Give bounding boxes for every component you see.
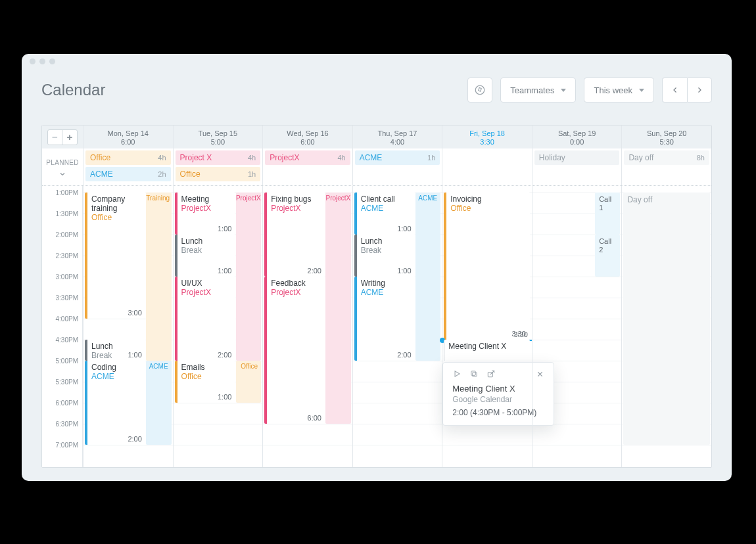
event[interactable]: LunchBreak1:00 (175, 235, 236, 277)
planned-cell[interactable]: ACME1h (352, 148, 442, 185)
planned-cell[interactable]: Day off8h (621, 148, 711, 185)
day-column[interactable]: InvoicingOffice3:303:30Meeting Client X … (442, 186, 532, 467)
event[interactable]: MeetingProjectX1:00 (175, 193, 236, 235)
window-dot (30, 58, 35, 64)
day-column[interactable]: Day off (621, 186, 711, 467)
planned-hours: 8h (697, 154, 705, 162)
app-window: Calendar Teammates This week (22, 54, 732, 481)
day-total: 6:00 (263, 138, 352, 146)
day-column[interactable]: TrainingACMECompany trainingOffice3:00Lu… (83, 186, 173, 467)
event[interactable]: FeedbackProjectX6:00 (264, 277, 325, 424)
day-header[interactable]: Thu, Sep 17 4:00 (352, 125, 442, 148)
day-column[interactable]: ProjectXOfficeMeetingProjectX1:00LunchBr… (173, 186, 263, 467)
day-header[interactable]: Fri, Sep 18 3:30 (442, 125, 532, 148)
event-title: Feedback (271, 279, 321, 288)
event-duration: 6:00 (308, 414, 321, 422)
planned-cell[interactable]: Office4hACME2h (83, 148, 173, 185)
planned-block[interactable]: Project X4h (176, 150, 261, 165)
day-total: 6:00 (83, 138, 173, 146)
day-name: Sat, Sep 19 (532, 129, 622, 137)
planned-label: PLANNED (46, 159, 78, 166)
teammates-dropdown[interactable]: Teammates (500, 78, 576, 102)
zoom-corner: − + (42, 125, 83, 148)
planned-name: Day off (628, 153, 653, 162)
day-column[interactable]: Call 1Call 2 (532, 186, 622, 467)
event[interactable]: EmailsOffice1:00 (175, 361, 236, 403)
background-block: ACME (146, 361, 171, 445)
event[interactable]: WritingACME2:00 (354, 277, 415, 361)
teammates-label: Teammates (510, 85, 554, 95)
compass-icon (474, 84, 486, 96)
external-link-icon[interactable] (486, 369, 496, 378)
planned-block[interactable]: Office1h (176, 167, 261, 181)
event[interactable]: LunchBreak1:00 (354, 235, 415, 277)
day-total: 4:00 (353, 138, 442, 146)
time-label: 1:30PM (56, 210, 78, 217)
compass-button[interactable] (467, 78, 492, 102)
day-header[interactable]: Sat, Sep 19 0:00 (532, 125, 622, 148)
event[interactable]: CodingACME2:00 (85, 361, 146, 445)
chevron-down-icon[interactable] (59, 170, 66, 178)
event[interactable]: Fixing bugsProjectX2:00 (264, 193, 325, 277)
event[interactable]: InvoicingOffice3:30 (444, 193, 530, 340)
planned-cell[interactable]: Project X4hOffice1h (173, 148, 263, 185)
next-button[interactable] (687, 78, 712, 102)
event-title: Invoicing (450, 195, 526, 204)
day-header[interactable]: Tue, Sep 15 5:00 (173, 125, 263, 148)
event[interactable]: Company trainingOffice3:00 (85, 193, 146, 319)
time-label: 4:00PM (56, 315, 78, 323)
event-title: Lunch (91, 342, 142, 351)
day-column[interactable]: ProjectXFixing bugsProjectX2:00FeedbackP… (262, 186, 352, 467)
planned-block[interactable]: Day off8h (624, 150, 709, 165)
copy-icon[interactable] (469, 369, 479, 378)
event[interactable]: LunchBreak1:00 (85, 340, 146, 361)
planned-block[interactable]: ACME1h (355, 150, 440, 165)
planned-cell[interactable]: ProjectX4h (262, 148, 352, 185)
event[interactable]: Call 2 (595, 235, 620, 277)
time-label: 3:00PM (56, 273, 78, 281)
event[interactable]: Call 1 (595, 193, 620, 235)
zoom-out-button[interactable]: − (48, 130, 62, 145)
time-label: 6:00PM (56, 399, 78, 407)
planned-cell[interactable] (442, 148, 532, 185)
day-column[interactable]: ACMEClient callACME1:00LunchBreak1:00Wri… (352, 186, 442, 467)
event-project: ACME (91, 373, 142, 382)
event-duration: 2:00 (308, 267, 321, 275)
planned-hours: 4h (158, 154, 166, 162)
event-project: Break (181, 246, 232, 256)
time-label: 7:00PM (56, 442, 78, 449)
event-project: Office (181, 373, 232, 382)
day-header[interactable]: Wed, Sep 16 6:00 (262, 125, 352, 148)
day-total: 3:30 (442, 138, 532, 146)
play-icon[interactable] (452, 369, 461, 378)
range-dropdown[interactable]: This week (584, 78, 654, 102)
bg-label: Day off (627, 195, 706, 204)
event-duration: 2:00 (397, 351, 411, 359)
event-title: Fixing bugs (271, 195, 321, 204)
event-duration: 2:00 (218, 351, 231, 359)
event-duration: 3:00 (128, 309, 141, 317)
prev-button[interactable] (662, 78, 687, 102)
event-title: Lunch (181, 237, 232, 246)
planned-name: ACME (90, 170, 113, 179)
time-label: 5:00PM (56, 357, 78, 365)
zoom-in-button[interactable]: + (62, 130, 77, 145)
event[interactable]: Client callACME1:00 (354, 193, 415, 235)
planned-name: Office (180, 170, 201, 179)
day-header[interactable]: Sun, Sep 20 5:30 (621, 125, 711, 148)
planned-block[interactable]: Holiday (534, 150, 620, 165)
event[interactable]: Meeting Client X (444, 340, 530, 361)
planned-block[interactable]: ACME2h (85, 167, 171, 181)
day-header[interactable]: Mon, Sep 14 6:00 (83, 125, 173, 148)
page-title: Calendar (41, 81, 105, 99)
event[interactable]: UI/UXProjectX2:00 (175, 277, 236, 361)
event-title: Writing (361, 279, 412, 288)
timeline[interactable]: 1:00PM1:30PM2:00PM2:30PM3:00PM3:30PM4:00… (42, 186, 711, 467)
planned-block[interactable]: Office4h (85, 150, 171, 165)
planned-row: PLANNED Office4hACME2hProject X4hOffice1… (42, 148, 711, 186)
time-label: 2:30PM (56, 252, 78, 260)
planned-block[interactable]: ProjectX4h (265, 150, 350, 165)
planned-cell[interactable]: Holiday (532, 148, 622, 185)
planned-name: Holiday (539, 153, 565, 162)
event-project: ProjectX (181, 288, 232, 298)
